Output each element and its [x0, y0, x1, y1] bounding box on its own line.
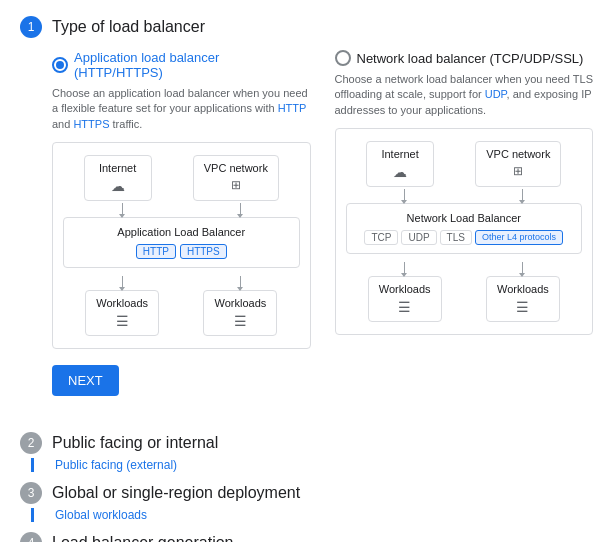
lb-options: Application load balancer (HTTP/HTTPS) C… [52, 50, 593, 349]
net-lb-radio[interactable] [335, 50, 351, 66]
https-tag: HTTPS [180, 244, 227, 259]
app-lb-arrows-bot [63, 276, 300, 288]
net-lb-workload-1: Workloads ☰ [368, 276, 442, 322]
net-lb-workloads: Workloads ☰ Workloads ☰ [346, 276, 583, 322]
step-3-title: Global or single-region deployment [52, 484, 300, 502]
udp-link[interactable]: UDP [485, 88, 507, 100]
step-2-header: 2 Public facing or internal [20, 432, 593, 454]
http-link[interactable]: HTTP [278, 102, 307, 114]
net-lb-vpc-node: VPC network ⊞ [475, 141, 561, 187]
app-lb-protocols: HTTP HTTPS [136, 244, 227, 259]
tcp-tag: TCP [364, 230, 398, 245]
app-lb-header: Application load balancer (HTTP/HTTPS) [52, 50, 311, 80]
net-lb-protocols: TCP UDP TLS Other L4 protocols [364, 230, 563, 245]
tls-tag: TLS [440, 230, 472, 245]
app-lb-workloads: Workloads ☰ Workloads ☰ [63, 290, 300, 336]
app-lb-arrow-1 [122, 203, 123, 215]
step-4-header: 4 Load balancer generation [20, 532, 593, 542]
net-lb-label: Network load balancer (TCP/UDP/SSL) [357, 51, 584, 66]
other-l4-tag: Other L4 protocols [475, 230, 563, 245]
step-3-value: Global workloads [55, 508, 593, 522]
net-lb-arrow-3 [404, 262, 405, 274]
app-lb-diagram: Internet ☁ VPC network ⊞ [52, 142, 311, 349]
app-lb-top-nodes: Internet ☁ VPC network ⊞ [63, 155, 300, 201]
net-lb-arrow-1 [404, 189, 405, 201]
step-3-header: 3 Global or single-region deployment [20, 482, 593, 504]
app-lb-vpc-node: VPC network ⊞ [193, 155, 279, 201]
step-1: 1 Type of load balancer Application load… [20, 16, 593, 416]
step-3-number: 3 [20, 482, 42, 504]
app-lb-workload-2: Workloads ☰ [203, 290, 277, 336]
net-lb-top-nodes: Internet ☁ VPC network ⊞ [346, 141, 583, 187]
app-lb-arrow-2 [240, 203, 241, 215]
step-3: 3 Global or single-region deployment Glo… [20, 482, 593, 522]
step-2-value: Public facing (external) [55, 458, 593, 472]
net-lb-diagram: Internet ☁ VPC network ⊞ [335, 128, 594, 335]
step-4-number: 4 [20, 532, 42, 542]
net-lb-arrows-bot [346, 262, 583, 274]
app-lb-desc: Choose an application load balancer when… [52, 86, 311, 132]
https-link[interactable]: HTTPS [73, 118, 109, 130]
net-lb-arrows-top [346, 189, 583, 201]
net-lb-center-box: Network Load Balancer TCP UDP TLS Other … [346, 203, 583, 254]
step-1-title: Type of load balancer [52, 18, 205, 36]
app-lb-arrow-4 [240, 276, 241, 288]
step-2: 2 Public facing or internal Public facin… [20, 432, 593, 472]
app-lb-center-label: Application Load Balancer [117, 226, 245, 238]
step-4-title: Load balancer generation [52, 534, 233, 542]
app-lb-arrows-top [63, 203, 300, 215]
step-4: 4 Load balancer generation Global extern… [20, 532, 593, 542]
http-tag: HTTP [136, 244, 176, 259]
step-2-number: 2 [20, 432, 42, 454]
app-lb-label: Application load balancer (HTTP/HTTPS) [74, 50, 311, 80]
app-lb-center-box: Application Load Balancer HTTP HTTPS [63, 217, 300, 268]
app-lb-workload-1: Workloads ☰ [85, 290, 159, 336]
udp-tag: UDP [401, 230, 436, 245]
app-lb-arrow-3 [122, 276, 123, 288]
net-lb-center-label: Network Load Balancer [407, 212, 521, 224]
net-lb-arrow-4 [522, 262, 523, 274]
net-lb-desc: Choose a network load balancer when you … [335, 72, 594, 118]
step-1-content: Application load balancer (HTTP/HTTPS) C… [52, 50, 593, 416]
app-lb-internet-node: Internet ☁ [84, 155, 152, 201]
next-button[interactable]: NEXT [52, 365, 119, 396]
step-1-number: 1 [20, 16, 42, 38]
step-1-header: 1 Type of load balancer [20, 16, 593, 38]
net-lb-arrow-2 [522, 189, 523, 201]
app-lb-option[interactable]: Application load balancer (HTTP/HTTPS) C… [52, 50, 311, 349]
net-lb-header: Network load balancer (TCP/UDP/SSL) [335, 50, 594, 66]
step-2-title: Public facing or internal [52, 434, 218, 452]
net-lb-internet-node: Internet ☁ [366, 141, 434, 187]
app-lb-radio[interactable] [52, 57, 68, 73]
net-lb-workload-2: Workloads ☰ [486, 276, 560, 322]
net-lb-option[interactable]: Network load balancer (TCP/UDP/SSL) Choo… [335, 50, 594, 349]
